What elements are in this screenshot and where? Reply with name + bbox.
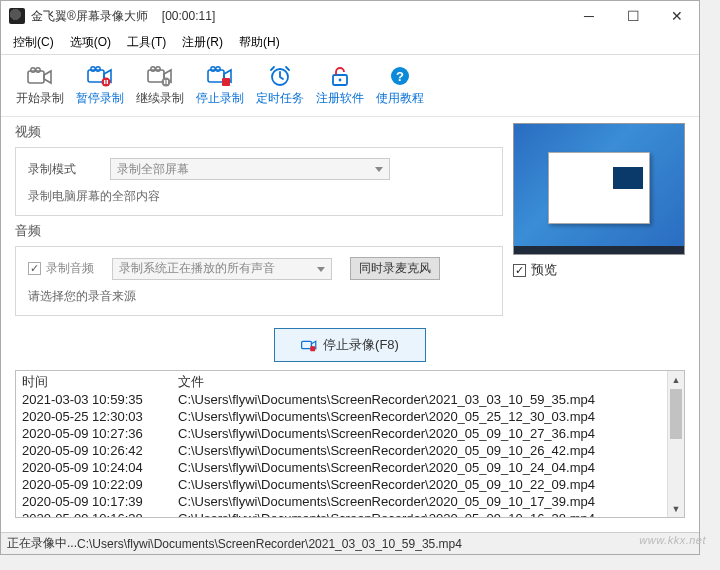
stop-record-label: 停止录制 <box>196 90 244 107</box>
svg-rect-0 <box>28 71 44 83</box>
record-mode-select[interactable]: 录制全部屏幕 <box>110 158 390 180</box>
svg-point-12 <box>162 78 171 87</box>
stop-record-button[interactable]: 停止录制 <box>191 62 249 109</box>
checkbox-icon <box>28 262 41 275</box>
log-file: C:\Users\flywi\Documents\ScreenRecorder\… <box>178 408 595 425</box>
start-record-button[interactable]: 开始录制 <box>11 62 69 109</box>
col-file: 文件 <box>178 373 204 391</box>
log-row[interactable]: 2020-05-09 10:17:39C:\Users\flywi\Docume… <box>22 493 667 510</box>
svg-point-11 <box>156 67 160 71</box>
log-file: C:\Users\flywi\Documents\ScreenRecorder\… <box>178 510 595 517</box>
stop-recording-label: 停止录像(F8) <box>323 336 399 354</box>
scroll-down-icon[interactable]: ▼ <box>668 500 684 517</box>
svg-rect-13 <box>164 80 165 84</box>
svg-point-1 <box>31 68 35 72</box>
svg-point-17 <box>216 67 220 71</box>
register-label: 注册软件 <box>316 90 364 107</box>
log-row[interactable]: 2020-05-09 10:27:36C:\Users\flywi\Docume… <box>22 425 667 442</box>
close-button[interactable]: ✕ <box>655 1 699 31</box>
preview-panel: 预览 <box>513 123 685 316</box>
camera-resume-icon <box>146 64 174 88</box>
log-row[interactable]: 2021-03-03 10:59:35C:\Users\flywi\Docume… <box>22 391 667 408</box>
start-record-label: 开始录制 <box>16 90 64 107</box>
svg-point-21 <box>339 79 342 82</box>
status-text: 正在录像中... <box>7 535 77 552</box>
menu-control[interactable]: 控制(C) <box>5 32 62 53</box>
svg-rect-15 <box>208 70 224 82</box>
svg-rect-14 <box>167 80 168 84</box>
log-row[interactable]: 2020-05-25 12:30:03C:\Users\flywi\Docume… <box>22 408 667 425</box>
preview-thumbnail <box>513 123 685 255</box>
svg-rect-7 <box>104 80 105 84</box>
toolbar: 开始录制 暂停录制 继续录制 停止录制 定时任务 <box>1 55 699 117</box>
log-time: 2020-05-09 10:22:09 <box>22 476 178 493</box>
svg-rect-8 <box>107 80 108 84</box>
video-desc: 录制电脑屏幕的全部内容 <box>28 188 160 205</box>
resume-record-button[interactable]: 继续录制 <box>131 62 189 109</box>
app-window: 金飞翼®屏幕录像大师 [00:00:11] ─ ☐ ✕ 控制(C) 选项(O) … <box>0 0 700 555</box>
preview-label: 预览 <box>531 261 557 279</box>
menu-options[interactable]: 选项(O) <box>62 32 119 53</box>
schedule-label: 定时任务 <box>256 90 304 107</box>
log-file: C:\Users\flywi\Documents\ScreenRecorder\… <box>178 442 595 459</box>
scroll-thumb[interactable] <box>670 389 682 439</box>
record-audio-checkbox[interactable]: 录制音频 <box>28 260 94 277</box>
log-file: C:\Users\flywi\Documents\ScreenRecorder\… <box>178 493 595 510</box>
svg-rect-9 <box>148 70 164 82</box>
camera-pause-icon <box>86 64 114 88</box>
log-time: 2021-03-03 10:59:35 <box>22 391 178 408</box>
log-row[interactable]: 2020-05-09 10:22:09C:\Users\flywi\Docume… <box>22 476 667 493</box>
menu-register[interactable]: 注册(R) <box>174 32 231 53</box>
svg-rect-24 <box>302 341 312 348</box>
log-time: 2020-05-25 12:30:03 <box>22 408 178 425</box>
video-section: 视频 录制模式 录制全部屏幕 录制电脑屏幕的全部内容 <box>15 123 503 216</box>
recording-log: 时间 文件 2021-03-03 10:59:35C:\Users\flywi\… <box>15 370 685 518</box>
video-section-title: 视频 <box>15 123 503 141</box>
register-button[interactable]: 注册软件 <box>311 62 369 109</box>
svg-point-4 <box>91 67 95 71</box>
minimize-button[interactable]: ─ <box>567 1 611 31</box>
audio-source-select[interactable]: 录制系统正在播放的所有声音 <box>112 258 332 280</box>
window-title: 金飞翼®屏幕录像大师 <box>31 8 148 25</box>
log-time: 2020-05-09 10:27:36 <box>22 425 178 442</box>
pause-record-label: 暂停录制 <box>76 90 124 107</box>
help-icon: ? <box>386 64 414 88</box>
content-area: 视频 录制模式 录制全部屏幕 录制电脑屏幕的全部内容 音频 <box>1 117 699 532</box>
stop-recording-button[interactable]: 停止录像(F8) <box>274 328 426 362</box>
camera-icon <box>26 64 54 88</box>
svg-point-2 <box>36 68 40 72</box>
tutorial-button[interactable]: ? 使用教程 <box>371 62 429 109</box>
menu-help[interactable]: 帮助(H) <box>231 32 288 53</box>
log-scrollbar[interactable]: ▲ ▼ <box>667 371 684 517</box>
app-icon <box>9 8 25 24</box>
log-row[interactable]: 2020-05-09 10:26:42C:\Users\flywi\Docume… <box>22 442 667 459</box>
maximize-button[interactable]: ☐ <box>611 1 655 31</box>
alarm-clock-icon <box>266 64 294 88</box>
log-file: C:\Users\flywi\Documents\ScreenRecorder\… <box>178 425 595 442</box>
record-mode-label: 录制模式 <box>28 161 92 178</box>
preview-checkbox[interactable]: 预览 <box>513 261 685 279</box>
log-file: C:\Users\flywi\Documents\ScreenRecorder\… <box>178 476 595 493</box>
log-row[interactable]: 2020-05-09 10:24:04C:\Users\flywi\Docume… <box>22 459 667 476</box>
schedule-button[interactable]: 定时任务 <box>251 62 309 109</box>
svg-rect-18 <box>222 78 230 86</box>
audio-section-title: 音频 <box>15 222 503 240</box>
tutorial-label: 使用教程 <box>376 90 424 107</box>
log-time: 2020-05-09 10:24:04 <box>22 459 178 476</box>
unlock-icon <box>326 64 354 88</box>
recording-timer: [00:00:11] <box>162 9 215 23</box>
log-row[interactable]: 2020-05-09 10:16:38C:\Users\flywi\Docume… <box>22 510 667 517</box>
checkbox-icon <box>513 264 526 277</box>
pause-record-button[interactable]: 暂停录制 <box>71 62 129 109</box>
svg-point-10 <box>151 67 155 71</box>
log-time: 2020-05-09 10:16:38 <box>22 510 178 517</box>
svg-point-6 <box>102 78 111 87</box>
log-file: C:\Users\flywi\Documents\ScreenRecorder\… <box>178 391 595 408</box>
audio-desc: 请选择您的录音来源 <box>28 288 136 305</box>
log-time: 2020-05-09 10:17:39 <box>22 493 178 510</box>
scroll-up-icon[interactable]: ▲ <box>668 371 684 388</box>
svg-rect-25 <box>310 346 315 351</box>
menu-tools[interactable]: 工具(T) <box>119 32 174 53</box>
status-path: C:\Users\flywi\Documents\ScreenRecorder\… <box>77 537 462 551</box>
record-mic-button[interactable]: 同时录麦克风 <box>350 257 440 280</box>
